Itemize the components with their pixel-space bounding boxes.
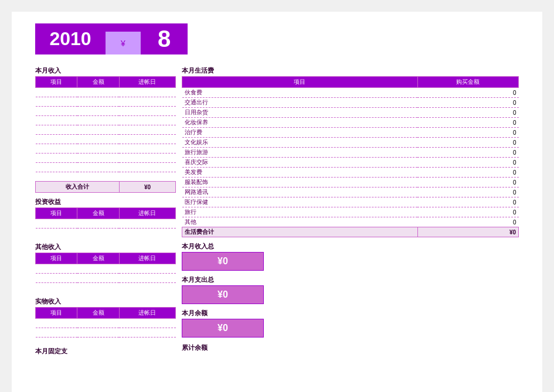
table-row — [36, 125, 176, 135]
table-row: 美发费0 — [182, 168, 519, 178]
header: 2010 ¥ 8 — [35, 23, 234, 54]
living-item-amount[interactable]: 0 — [417, 98, 518, 108]
table-row — [36, 264, 176, 274]
living-item-amount[interactable]: 0 — [417, 158, 518, 168]
table-row — [36, 154, 176, 163]
total-income-value: ¥0 — [182, 252, 264, 271]
other-col-date: 进帐日 — [119, 253, 175, 264]
table-row — [36, 219, 176, 229]
living-item-amount[interactable]: 0 — [417, 207, 518, 217]
real-col-amount: 金额 — [77, 308, 119, 319]
income-section-title: 本月收入 — [35, 66, 176, 75]
header-yen: ¥ — [106, 32, 141, 54]
living-item-name: 其他 — [182, 217, 418, 227]
table-row: 日用杂货0 — [182, 108, 519, 118]
total-income-label: 本月收入总 — [182, 242, 519, 251]
fixed-expense-label: 本月固定支 — [35, 347, 176, 356]
total-income-section: 本月收入总 ¥0 — [182, 242, 519, 271]
table-row — [36, 97, 176, 107]
living-item-amount[interactable]: 0 — [417, 108, 518, 118]
table-row — [36, 328, 176, 338]
living-item-name: 交通出行 — [182, 98, 418, 108]
living-item-amount[interactable]: 0 — [417, 118, 518, 128]
monthly-balance-value: ¥0 — [182, 319, 264, 338]
living-item-amount[interactable]: 0 — [417, 217, 518, 227]
real-col-date: 进帐日 — [119, 308, 175, 319]
income-sum-label: 收入合计 — [36, 182, 120, 193]
content-area: 2010 ¥ 8 本月收入 项目 金额 进帐日 — [18, 18, 536, 362]
table-row — [36, 107, 176, 116]
cumulative-balance-label: 累计余额 — [182, 343, 519, 352]
table-row: 喜庆交际0 — [182, 158, 519, 168]
inv-col-date: 进帐日 — [119, 208, 175, 219]
income-col-date: 进帐日 — [119, 77, 175, 88]
living-item-name: 文化娱乐 — [182, 138, 418, 148]
table-row: 文化娱乐0 — [182, 138, 519, 148]
living-table: 项目 购买金额 伙食费0交通出行0日用杂货0化妆保养0治疗费0文化娱乐0旅行旅游… — [182, 76, 519, 237]
table-row: 化妆保养0 — [182, 118, 519, 128]
other-col-amount: 金额 — [77, 253, 119, 264]
table-row: 其他0 — [182, 217, 519, 227]
living-item-amount[interactable]: 0 — [417, 88, 518, 98]
table-row — [36, 274, 176, 283]
living-item-name: 网路通讯 — [182, 188, 418, 197]
table-row: 治疗费0 — [182, 128, 519, 138]
other-income-section-title: 其他收入 — [35, 243, 176, 251]
table-row: 医疗保健0 — [182, 197, 519, 207]
total-expense-value: ¥0 — [182, 285, 264, 304]
table-row — [36, 135, 176, 144]
living-item-name: 医疗保健 — [182, 197, 418, 207]
real-income-section-title: 实物收入 — [35, 297, 176, 306]
living-sum-label: 生活费合计 — [182, 227, 418, 237]
table-row: 交通出行0 — [182, 98, 519, 108]
living-item-amount[interactable]: 0 — [417, 168, 518, 178]
living-col-item: 项目 — [182, 77, 418, 88]
living-item-amount[interactable]: 0 — [417, 138, 518, 148]
table-row — [36, 163, 176, 172]
real-col-item: 项目 — [36, 308, 77, 319]
header-top-bar — [106, 23, 141, 32]
living-item-amount[interactable]: 0 — [417, 128, 518, 138]
right-column: 本月生活费 项目 购买金额 伙食费0交通出行0日用杂货0化妆保养0治疗费0文化娱… — [182, 62, 519, 356]
total-expense-label: 本月支出总 — [182, 275, 519, 284]
living-item-name: 旅行 — [182, 207, 418, 217]
table-row: 旅行旅游0 — [182, 148, 519, 158]
income-sum-row: 收入合计 ¥0 — [36, 182, 176, 193]
income-table: 项目 金额 进帐日 — [35, 76, 176, 193]
living-section-title: 本月生活费 — [182, 66, 519, 75]
living-sum-value: ¥0 — [417, 227, 518, 237]
living-item-amount[interactable]: 0 — [417, 188, 518, 197]
left-column: 本月收入 项目 金额 进帐日 — [35, 62, 176, 356]
living-item-name: 喜庆交际 — [182, 158, 418, 168]
table-row — [36, 88, 176, 97]
income-sum-value: ¥0 — [119, 182, 175, 193]
monthly-balance-label: 本月余额 — [182, 309, 519, 318]
real-income-table: 项目 金额 进帐日 — [35, 307, 176, 338]
living-item-amount[interactable]: 0 — [417, 178, 518, 188]
table-row: 网路通讯0 — [182, 188, 519, 197]
living-item-amount[interactable]: 0 — [417, 148, 518, 158]
income-col-item: 项目 — [36, 77, 77, 88]
inv-col-item: 项目 — [36, 208, 77, 219]
living-sum-row: 生活费合计¥0 — [182, 227, 519, 237]
table-row: 旅行0 — [182, 207, 519, 217]
table-row: 伙食费0 — [182, 88, 519, 98]
other-income-table: 项目 金额 进帐日 — [35, 253, 176, 283]
main-layout: 本月收入 项目 金额 进帐日 — [35, 62, 519, 356]
monthly-balance-section: 本月余额 ¥0 — [182, 309, 519, 338]
header-year: 2010 — [35, 23, 106, 54]
living-item-name: 美发费 — [182, 168, 418, 178]
investment-table: 项目 金额 进帐日 — [35, 207, 176, 229]
table-row — [36, 116, 176, 125]
living-item-amount[interactable]: 0 — [417, 197, 518, 207]
living-item-name: 旅行旅游 — [182, 148, 418, 158]
table-row — [36, 172, 176, 182]
table-row: 服装配饰0 — [182, 178, 519, 188]
living-item-name: 伙食费 — [182, 88, 418, 98]
page: 2010 ¥ 8 本月收入 项目 金额 进帐日 — [12, 12, 542, 392]
living-item-name: 服装配饰 — [182, 178, 418, 188]
header-month: 8 — [141, 23, 188, 54]
income-col-amount: 金额 — [77, 77, 119, 88]
investment-section-title: 投资收益 — [35, 197, 176, 206]
table-row — [36, 144, 176, 154]
